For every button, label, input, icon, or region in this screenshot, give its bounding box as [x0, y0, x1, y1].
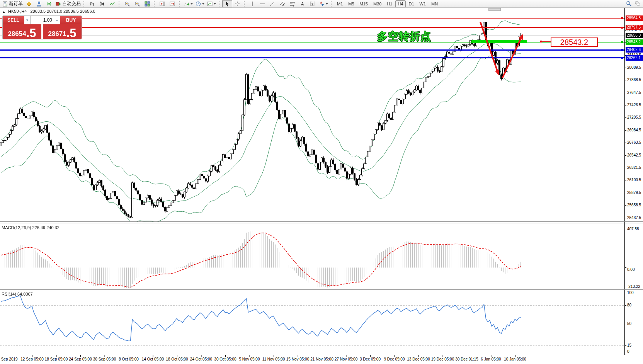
templates-button[interactable]	[206, 0, 217, 7]
price-level-label: 28402.6	[626, 47, 643, 53]
macd-main-value: 226.49	[32, 225, 45, 230]
timeframe-h1-button[interactable]: H1	[384, 0, 395, 7]
volume-decrease-button[interactable]: ▼	[24, 16, 31, 24]
crosshair-button[interactable]	[232, 0, 242, 7]
chevron-down-icon	[214, 3, 216, 5]
toolbar-separator	[179, 1, 181, 7]
chart-shift-icon	[160, 1, 165, 7]
timeframe-d1-button[interactable]: D1	[407, 0, 417, 7]
price-tag-anchor	[540, 41, 542, 43]
buy-button[interactable]: BUY	[60, 16, 82, 24]
arrows-button[interactable]	[318, 0, 329, 7]
zoom-in-button[interactable]	[122, 0, 132, 7]
autotrading-icon	[55, 1, 61, 7]
text-label-button[interactable]: T	[308, 0, 318, 7]
timeframe-m15-button[interactable]: M15	[357, 0, 370, 7]
vline-button[interactable]	[247, 0, 257, 7]
bar-chart-icon	[89, 1, 95, 7]
hline-28543.2[interactable]	[0, 42, 624, 43]
price-level-label: 28964.8	[626, 15, 643, 21]
collapse-ohlc-button[interactable]: ▲	[2, 10, 5, 14]
chevron-down-icon	[326, 3, 328, 5]
autotrading-button[interactable]: 自动交易	[54, 0, 82, 7]
hline-28797.5[interactable]	[0, 27, 624, 28]
sell-price-frac: .5	[26, 27, 36, 39]
arrows-icon	[319, 1, 325, 7]
chart-profile-button[interactable]	[24, 0, 34, 7]
line-anchor-bullet	[621, 17, 623, 19]
text-button[interactable]: A	[298, 0, 308, 7]
sell-price: 28654	[8, 29, 26, 39]
timeframe-m1-button[interactable]: M1	[335, 0, 345, 7]
line-chart-button[interactable]	[107, 0, 117, 7]
new-order-button[interactable]: 新订单	[1, 0, 24, 7]
svg-text:T: T	[311, 2, 313, 6]
hline-28656.0[interactable]	[0, 36, 624, 36]
buy-price-button[interactable]: 28671 .5	[43, 24, 82, 39]
buy-price: 28671	[48, 29, 66, 39]
chart-scrollbar[interactable]	[488, 8, 501, 11]
zoom-out-icon	[134, 1, 140, 7]
toolbar-separator	[154, 1, 156, 7]
community-icon	[36, 1, 42, 7]
timeframe-h4-button[interactable]: H4	[395, 0, 405, 7]
fibonacci-button[interactable]: F	[287, 0, 298, 7]
tile-windows-button[interactable]	[142, 0, 152, 7]
sell-price-button[interactable]: 28654 .5	[3, 24, 41, 39]
price-level-label: 28543.2	[626, 39, 643, 45]
price-tag-box[interactable]: 28543.2	[551, 37, 598, 47]
line-anchor-bullet	[621, 49, 623, 51]
hline-28262.1[interactable]	[0, 57, 624, 58]
trendline-button[interactable]	[267, 0, 277, 7]
bar-chart-button[interactable]	[87, 0, 97, 7]
trendline-icon	[270, 1, 276, 7]
search-icon[interactable]	[626, 1, 632, 7]
pane-separator[interactable]	[0, 223, 643, 223]
community-button[interactable]	[34, 0, 44, 7]
cursor-icon	[225, 1, 230, 7]
periods-icon	[195, 1, 201, 7]
volume-increase-button[interactable]: ▲	[54, 16, 60, 24]
chevron-down-icon	[191, 3, 193, 5]
timeframe-mn-button[interactable]: MN	[429, 0, 440, 7]
periods-button[interactable]	[194, 0, 206, 7]
fibonacci-icon: F	[290, 1, 296, 7]
new-order-icon	[2, 1, 8, 7]
pane-separator[interactable]	[0, 221, 643, 222]
volume-input[interactable]	[31, 16, 54, 24]
signal-button[interactable]	[44, 0, 54, 7]
macd-label: MACD(12,26,9) 226.49 240.32	[2, 225, 60, 230]
turning-point-annotation[interactable]: 多空转折点	[377, 29, 431, 43]
text-icon: A	[300, 1, 306, 7]
price-level-label: 28656.0	[626, 33, 643, 38]
hline-button[interactable]	[257, 0, 267, 7]
support-zone-bar[interactable]	[471, 40, 527, 43]
line-chart-icon	[109, 1, 115, 7]
zoom-out-button[interactable]	[132, 0, 142, 7]
candle-chart-button[interactable]	[97, 0, 107, 7]
hline-28402.6[interactable]	[0, 49, 624, 51]
channel-button[interactable]: E	[277, 0, 287, 7]
timeframe-w1-button[interactable]: W1	[417, 0, 429, 7]
chat-icon[interactable]	[635, 1, 641, 7]
indicators-button[interactable]	[182, 0, 194, 7]
symbol-name: HK50-,H4	[8, 9, 27, 14]
one-click-trading-panel: SELL ▼ ▲ BUY 28654 .5 28671 .5	[2, 15, 82, 39]
chart-canvas[interactable]	[0, 0, 643, 364]
templates-icon	[207, 1, 213, 7]
chart-shift-button[interactable]	[157, 0, 167, 7]
candle-chart-icon	[99, 1, 105, 7]
sell-button[interactable]: SELL	[3, 16, 24, 24]
pane-separator[interactable]	[0, 289, 643, 290]
hline-28964.8[interactable]	[0, 18, 624, 19]
cursor-button[interactable]	[222, 0, 232, 7]
svg-text:F: F	[293, 5, 295, 7]
line-anchor-bullet	[621, 57, 623, 59]
auto-scroll-button[interactable]	[167, 0, 177, 7]
symbol-header: ▲ HK50-,H4 28633.5 28701.0 28586.5 28656…	[2, 9, 95, 14]
tile-windows-icon	[145, 1, 150, 7]
timeframe-m5-button[interactable]: M5	[346, 0, 356, 7]
zoom-in-icon	[124, 1, 130, 7]
timeframe-m30-button[interactable]: M30	[371, 0, 384, 7]
pane-separator[interactable]	[0, 288, 643, 288]
